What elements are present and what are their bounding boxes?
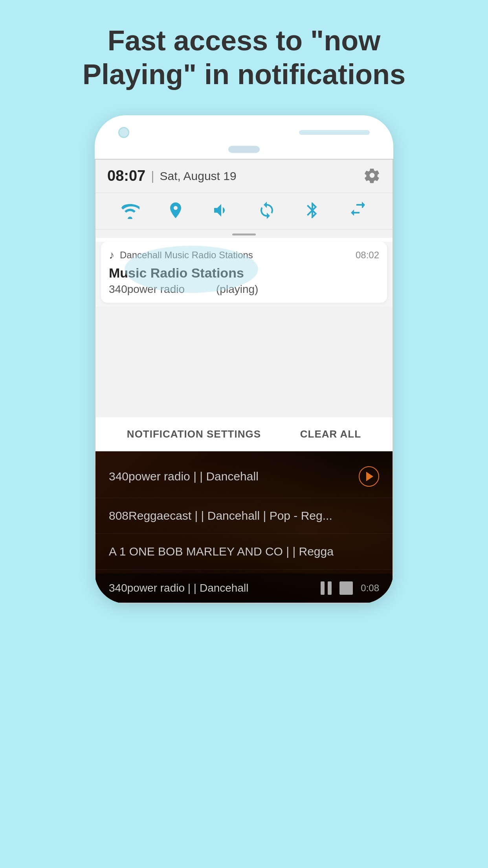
station-list: 340power radio | | Dancehall 808Reggaeca… <box>95 451 393 574</box>
drag-handle <box>95 230 393 238</box>
notification-settings-button[interactable]: NOTIFICATION SETTINGS <box>127 428 261 440</box>
pause-button[interactable] <box>321 581 332 595</box>
station-row-1[interactable]: 340power radio | | Dancehall <box>95 455 393 498</box>
player-time: 0:08 <box>361 583 379 594</box>
phone-camera <box>118 127 129 138</box>
sync-icon[interactable] <box>257 201 276 220</box>
data-transfer-icon[interactable] <box>349 201 367 220</box>
player-station-name: 340power radio | | Dancehall <box>109 582 248 594</box>
status-date: Sat, August 19 <box>160 169 237 183</box>
notification-empty-area <box>95 307 393 417</box>
notif-bottom-bar: NOTIFICATION SETTINGS CLEAR ALL <box>95 417 393 451</box>
phone-top-bar <box>95 127 393 146</box>
volume-icon[interactable] <box>212 201 231 220</box>
phone-body: 08:07 | Sat, August 19 <box>95 115 393 603</box>
play-triangle-icon <box>366 472 373 481</box>
music-icon: ♪ <box>109 249 114 261</box>
bottom-player: 340power radio | | Dancehall 0:08 <box>95 574 393 603</box>
station-row-3[interactable]: A 1 ONE BOB MARLEY AND CO | | Regga <box>95 534 393 570</box>
status-bar: 08:07 | Sat, August 19 <box>95 160 393 193</box>
phone-speaker <box>299 130 370 135</box>
phone-mockup: 08:07 | Sat, August 19 <box>95 115 393 783</box>
notification-card[interactable]: ♪ Dancehall Music Radio Stations 08:02 M… <box>101 242 387 303</box>
quick-settings <box>95 193 393 230</box>
wifi-icon[interactable] <box>121 201 139 220</box>
notif-subtitle: 340power radio (playing) <box>109 283 379 296</box>
screen: 08:07 | Sat, August 19 <box>95 159 393 603</box>
status-time-area: 08:07 | Sat, August 19 <box>107 167 237 184</box>
app-screen: 340power radio | | Dancehall 808Reggaeca… <box>95 451 393 603</box>
headline: Fast access to "now Playing" in notifica… <box>51 0 437 107</box>
notif-header: ♪ Dancehall Music Radio Stations 08:02 <box>109 249 379 261</box>
notif-status: (playing) <box>216 283 258 296</box>
player-controls: 0:08 <box>321 581 379 595</box>
location-icon[interactable] <box>166 201 185 220</box>
status-divider: | <box>151 169 154 183</box>
gear-icon[interactable] <box>363 167 381 186</box>
station-row-2[interactable]: 808Reggaecast | | Dancehall | Pop - Reg.… <box>95 498 393 534</box>
notif-app-name: Dancehall Music Radio Stations <box>120 250 350 261</box>
stop-button[interactable] <box>339 581 353 595</box>
notif-title: Music Radio Stations <box>109 265 379 281</box>
station-name-2: 808Reggaecast | | Dancehall | Pop - Reg.… <box>109 509 332 522</box>
notification-panel: ♪ Dancehall Music Radio Stations 08:02 M… <box>95 242 393 451</box>
clear-all-button[interactable]: CLEAR ALL <box>300 428 361 440</box>
play-button-1[interactable] <box>359 466 379 487</box>
bluetooth-icon[interactable] <box>303 201 322 220</box>
notif-station: 340power radio <box>109 283 185 296</box>
phone-sensor <box>228 146 260 153</box>
station-name-1: 340power radio | | Dancehall <box>109 470 259 483</box>
notif-time: 08:02 <box>356 250 379 261</box>
station-name-3: A 1 ONE BOB MARLEY AND CO | | Regga <box>109 545 334 558</box>
status-time: 08:07 <box>107 167 145 184</box>
